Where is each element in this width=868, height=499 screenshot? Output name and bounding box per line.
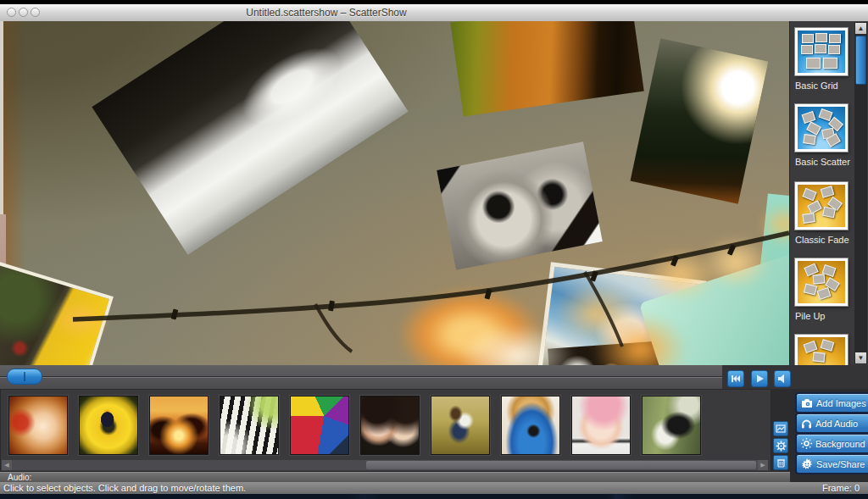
scroll-left-arrow[interactable]: ◀ [2, 460, 12, 470]
apply-image-button[interactable] [773, 421, 788, 436]
template-basic-scatter-thumbnail [795, 104, 848, 152]
footer-strip [0, 494, 868, 499]
background-button[interactable]: Background [795, 433, 868, 454]
scroll-up-arrow[interactable]: ▲ [855, 23, 866, 34]
window-title: Untitled.scattershow – ScatterShow [203, 7, 449, 19]
template-scrollbar: ▲ ▼ [854, 22, 867, 364]
template-classic-fade-thumbnail [795, 182, 848, 230]
scrollbar-thumb[interactable] [855, 36, 866, 85]
template-label: Classic Fade [795, 235, 856, 245]
app-window: Untitled.scattershow – ScatterShow [0, 0, 868, 499]
filmstrip-thumb-two-women[interactable] [360, 396, 420, 455]
filmstrip-scrollbar: ◀ ▶ [2, 460, 768, 470]
play-button[interactable] [751, 370, 768, 387]
save-share-label: Save/Share [816, 459, 865, 469]
clip-settings-button[interactable] [773, 438, 788, 453]
close-window-button[interactable] [7, 8, 16, 17]
string-lights-wire [0, 21, 789, 365]
background-label: Background [815, 439, 865, 449]
template-pile-up-thumbnail [795, 258, 848, 306]
trash-icon [776, 457, 786, 468]
speaker-icon [777, 374, 787, 384]
template-sidebar: Basic Grid Basic Scatter Classic Fade [789, 21, 868, 365]
skip-to-start-icon [731, 374, 741, 384]
add-audio-label: Add Audio [815, 419, 858, 429]
timeline-track[interactable] [0, 365, 722, 389]
template-label: Pile Up [795, 311, 856, 321]
filmstrip-thumb-kite[interactable] [290, 396, 349, 455]
gear-icon [776, 441, 787, 452]
template-basic-grid-thumbnail [795, 28, 848, 75]
audio-label: Audio: [8, 473, 31, 482]
skip-to-start-button[interactable] [727, 370, 744, 387]
filmstrip-thumb-party[interactable] [149, 396, 209, 455]
title-bar: Untitled.scattershow – ScatterShow [0, 4, 868, 22]
filmstrip-thumb-zebra[interactable] [220, 396, 279, 455]
camera-icon [801, 398, 813, 408]
preview-canvas[interactable] [0, 21, 789, 365]
template-basic-scatter[interactable]: Basic Scatter [795, 104, 856, 167]
filmstrip-thumb-baby[interactable] [571, 396, 631, 455]
template-classic-fade[interactable]: Classic Fade [795, 182, 856, 245]
minimize-window-button[interactable] [19, 8, 28, 17]
timeline-scrubber-handle[interactable] [7, 369, 42, 385]
save-share-button[interactable]: Save/Share [795, 453, 868, 474]
mute-button[interactable] [774, 370, 791, 387]
scrollbar-thumb[interactable] [366, 461, 756, 469]
template-label: Basic Scatter [795, 157, 856, 167]
play-icon [754, 374, 765, 384]
add-images-button[interactable]: Add Images [795, 392, 868, 413]
template-basic-grid[interactable]: Basic Grid [795, 28, 856, 91]
filmstrip-thumb-wedding[interactable] [642, 396, 701, 455]
template-partial-thumbnail [795, 335, 848, 365]
zoom-window-button[interactable] [31, 8, 40, 17]
audio-status-bar: Audio: [0, 472, 790, 482]
filmstrip-thumb-child[interactable] [8, 396, 68, 455]
add-audio-button[interactable]: Add Audio [795, 413, 868, 434]
filmstrip-thumb-family[interactable] [431, 396, 490, 455]
hint-status-bar: Click to select objects. Click and drag … [0, 482, 868, 494]
frame-counter: Frame: 0 [822, 482, 860, 494]
hint-text: Click to select objects. Click and drag … [3, 483, 246, 493]
template-pile-up[interactable]: Pile Up [795, 258, 856, 321]
sun-icon [801, 438, 812, 449]
filmstrip: ◀ ▶ [0, 389, 771, 472]
template-label: Basic Grid [795, 80, 856, 91]
add-images-label: Add Images [816, 398, 866, 408]
delete-clip-button[interactable] [773, 455, 788, 470]
filmstrip-thumb-sunflower[interactable] [79, 396, 138, 455]
filmstrip-thumb-photographer[interactable] [501, 396, 560, 455]
star-face-icon [801, 458, 813, 470]
apply-image-icon [776, 424, 786, 434]
template-partial[interactable] [795, 335, 856, 365]
scroll-right-arrow[interactable]: ▶ [758, 460, 768, 470]
headphones-icon [801, 419, 812, 429]
scroll-down-arrow[interactable]: ▼ [855, 352, 866, 363]
